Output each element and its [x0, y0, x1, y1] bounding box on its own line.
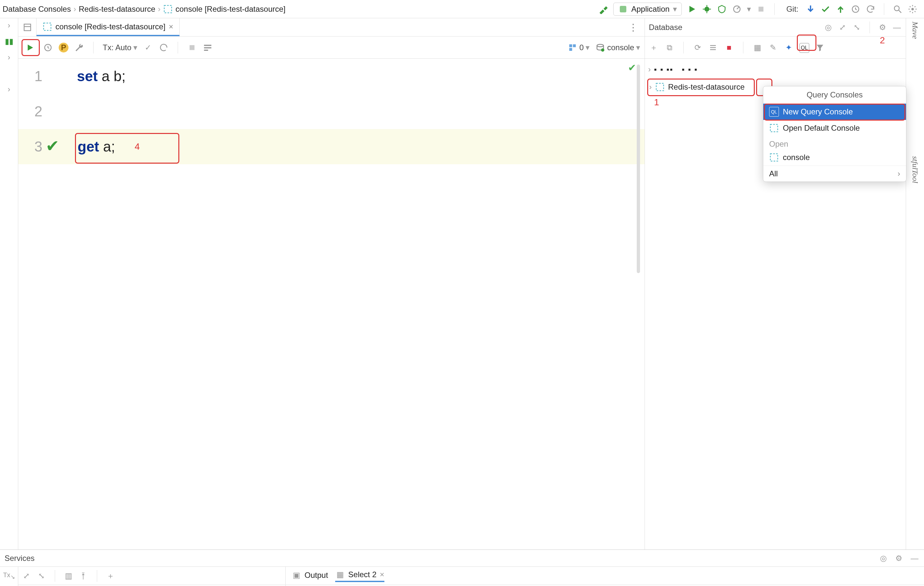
minimize-icon[interactable]: — [910, 553, 919, 563]
session-icon [596, 43, 605, 53]
tab-overflow-icon[interactable]: ⋮ [622, 21, 645, 33]
tx-icon[interactable]: Tx↘ [3, 571, 15, 581]
hammer-icon[interactable] [598, 4, 608, 14]
open-icon[interactable]: ⭱ [79, 571, 88, 581]
tree-breadcrumb: ▪ ▪ ▪▪ ▪ ▪ ▪ [654, 65, 698, 74]
minimize-icon[interactable]: — [892, 23, 902, 32]
git-update-icon[interactable] [806, 4, 815, 14]
svg-rect-18 [569, 48, 572, 51]
callout-label: 4 [135, 142, 140, 152]
right-strip-label[interactable]: Mave [911, 21, 919, 39]
svg-rect-17 [573, 44, 576, 47]
run-config-selector[interactable]: Application ▾ [613, 3, 681, 16]
panel-icon[interactable]: ▮▮ [4, 36, 14, 46]
panel-title: Database [649, 23, 819, 32]
debug-icon[interactable] [702, 4, 712, 14]
search-icon[interactable] [893, 4, 903, 14]
scrollbar[interactable] [637, 64, 640, 273]
popup-item-new-query[interactable]: QL New Query Console [763, 104, 906, 120]
stop-icon[interactable]: ■ [724, 43, 734, 53]
rollback-icon[interactable] [159, 43, 168, 53]
svg-rect-12 [190, 45, 195, 50]
collapse-icon[interactable]: ⤡ [852, 23, 862, 32]
chevron-right-icon[interactable]: › [8, 53, 10, 62]
inspection-ok-icon[interactable]: ✔ [628, 62, 636, 73]
git-commit-icon[interactable] [821, 4, 830, 14]
tab-result[interactable]: ▦ Select 2 × [335, 570, 384, 582]
gear-icon[interactable] [908, 4, 917, 14]
history-icon[interactable] [43, 43, 53, 53]
add-icon[interactable]: ＋ [106, 571, 116, 581]
popup-item-console[interactable]: console [763, 149, 906, 166]
query-console-icon[interactable]: QL [799, 43, 809, 53]
sync-icon[interactable] [708, 43, 718, 53]
svg-rect-15 [204, 49, 208, 51]
services-result: ▣ Output ▦ Select 2 × ⏮ ‹ 1 row▾ › ⏭ ⟳ ■ [285, 567, 924, 586]
tab-output[interactable]: ▣ Output [292, 570, 328, 581]
history-icon[interactable] [851, 4, 860, 14]
explain-plan-icon[interactable] [203, 43, 213, 53]
group-icon[interactable]: ▥ [64, 571, 73, 581]
chevron-right-icon[interactable]: › [8, 85, 10, 94]
expand-icon[interactable]: ⤢ [838, 23, 847, 32]
popup-group-label: Open [763, 136, 906, 149]
stop-icon[interactable] [187, 43, 197, 53]
svg-point-2 [704, 7, 709, 12]
popup-item-open-default[interactable]: Open Default Console [763, 120, 906, 136]
breadcrumb-item[interactable]: console [Redis-test-datasource] [175, 5, 285, 14]
separator [774, 3, 775, 15]
coverage-icon[interactable] [717, 4, 727, 14]
popup-all[interactable]: All › [763, 166, 906, 181]
expand-all-icon[interactable]: ⤢ [21, 571, 31, 581]
tx-mode[interactable]: Tx: Auto▾ [103, 43, 137, 52]
close-icon[interactable]: × [380, 570, 384, 579]
refresh-icon[interactable]: ⟳ [693, 43, 703, 53]
separator [884, 3, 884, 15]
target-icon[interactable]: ◎ [878, 553, 888, 563]
popup-item-label: Open Default Console [783, 123, 860, 133]
gear-icon[interactable]: ⚙ [878, 23, 888, 32]
close-icon[interactable]: × [169, 22, 173, 31]
output-icon: ▣ [292, 570, 301, 580]
code-keyword: set [77, 68, 98, 84]
target-icon[interactable]: ◎ [823, 23, 833, 32]
git-push-icon[interactable] [836, 4, 845, 14]
schema-selector[interactable]: 0▾ [568, 43, 589, 53]
console-icon [769, 153, 779, 162]
layout-icon[interactable] [23, 23, 32, 32]
right-tool-strip: Mave stfulTool [906, 18, 924, 550]
session-selector[interactable]: console▾ [596, 43, 640, 53]
separator [93, 42, 94, 53]
wrench-icon[interactable] [74, 43, 84, 53]
right-strip-label[interactable]: stfulTool [911, 156, 919, 183]
datasource-icon [655, 82, 665, 92]
commit-icon[interactable]: ✓ [143, 43, 153, 53]
editor[interactable]: 1 2 3✔ set a b; get a; 4 ✔ [18, 59, 645, 550]
breadcrumb-item[interactable]: Redis-test-datasource [79, 5, 155, 14]
console-icon [42, 22, 52, 31]
chevron-right-icon[interactable]: › [648, 65, 651, 74]
rollback-icon[interactable] [866, 4, 875, 14]
profile-icon[interactable] [732, 4, 742, 14]
editor-column: console [Redis-test-datasource] × ⋮ 5 P … [18, 18, 645, 550]
tab-console[interactable]: console [Redis-test-datasource] × [36, 18, 180, 36]
chevron-down-icon[interactable]: ▾ [747, 5, 751, 14]
duplicate-icon[interactable]: ⧉ [665, 43, 674, 53]
filter-icon[interactable] [815, 43, 825, 53]
navigate-icon[interactable]: ✦ [784, 43, 794, 53]
chevron-right-icon: › [898, 169, 900, 178]
add-icon[interactable]: ＋ [649, 43, 658, 53]
edit-icon[interactable]: ✎ [768, 43, 778, 53]
p-icon[interactable]: P [59, 43, 68, 53]
stop-icon[interactable] [756, 4, 766, 14]
chevron-right-icon: › [73, 5, 76, 14]
table-icon[interactable]: ▦ [752, 43, 762, 53]
execute-button[interactable] [23, 40, 37, 55]
chevron-right-icon[interactable]: › [8, 21, 10, 30]
svg-rect-14 [204, 47, 211, 48]
collapse-all-icon[interactable]: ⤡ [36, 571, 46, 581]
line-number: 3 [18, 138, 48, 155]
gear-icon[interactable]: ⚙ [894, 553, 904, 563]
breadcrumb-item[interactable]: Database Consoles [3, 5, 71, 14]
run-icon[interactable] [687, 4, 697, 14]
